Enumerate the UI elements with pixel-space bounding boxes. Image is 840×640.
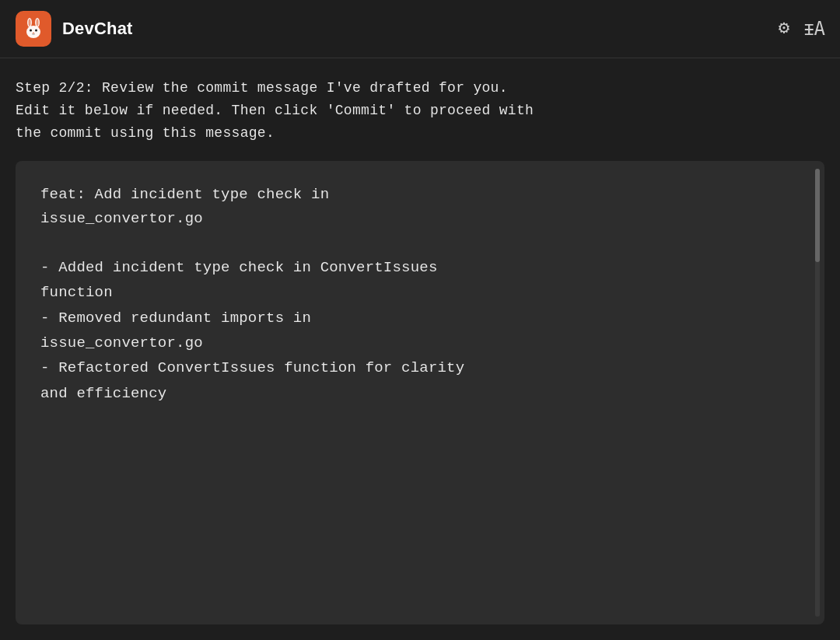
scrollbar-track[interactable]	[815, 169, 820, 617]
scrollbar-thumb[interactable]	[815, 169, 820, 262]
svg-point-6	[35, 30, 37, 32]
step-message: Step 2/2: Review the commit message I've…	[16, 77, 824, 144]
commit-body-line4: issue_convertor.go	[40, 330, 800, 355]
svg-point-7	[33, 33, 34, 33]
step-message-text: Step 2/2: Review the commit message I've…	[16, 80, 534, 141]
svg-point-5	[30, 30, 32, 32]
svg-point-2	[29, 19, 31, 26]
header-actions: ⚙ ᵻA	[779, 18, 824, 40]
app-title: DevChat	[62, 19, 133, 39]
svg-point-4	[26, 26, 40, 38]
devchat-logo-icon	[16, 11, 51, 47]
commit-title-line2: issue_convertor.go	[40, 210, 203, 227]
translate-icon[interactable]: ᵻA	[803, 18, 824, 40]
svg-point-3	[37, 19, 39, 26]
content-area: Step 2/2: Review the commit message I've…	[0, 58, 840, 640]
logo-container: DevChat	[16, 11, 133, 47]
commit-title: feat: Add incident type check in issue_c…	[40, 183, 800, 230]
app-container: DevChat ⚙ ᵻA Step 2/2: Review the commit…	[0, 0, 840, 640]
header: DevChat ⚙ ᵻA	[0, 0, 840, 58]
commit-body-line5: - Refactored ConvertIssues function for …	[40, 355, 800, 380]
commit-message-box[interactable]: feat: Add incident type check in issue_c…	[16, 161, 824, 624]
commit-body-line2: function	[40, 280, 800, 305]
commit-body: - Added incident type check in ConvertIs…	[40, 255, 800, 406]
settings-icon[interactable]: ⚙	[779, 19, 789, 38]
commit-title-line1: feat: Add incident type check in	[40, 186, 329, 203]
commit-body-line6: and efficiency	[40, 381, 800, 406]
logo-svg	[21, 16, 46, 41]
commit-body-line3: - Removed redundant imports in	[40, 306, 800, 330]
commit-body-line1: - Added incident type check in ConvertIs…	[40, 255, 800, 280]
